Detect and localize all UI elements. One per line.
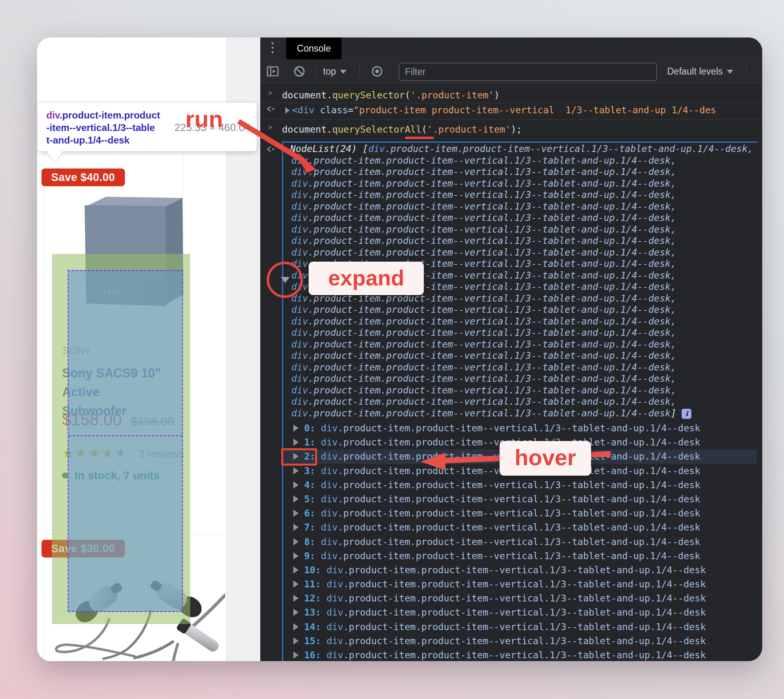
webpage-pane: Save $40.00 SONY SONY Sony SACS9 10" Act… xyxy=(37,37,260,661)
stock-dot-icon xyxy=(62,472,68,478)
expand-triangle-icon[interactable] xyxy=(293,524,299,531)
run-arrow-annotation xyxy=(230,114,327,179)
current-price: $158.00 xyxy=(62,410,122,429)
nodelist-preview-line: div.product-item.product-item--vertical.… xyxy=(290,235,753,247)
expand-annotation-box: expand xyxy=(309,262,424,295)
earbuds-product-image xyxy=(52,563,225,661)
nodelist-item-row[interactable]: 11: div.product-item.product-item--verti… xyxy=(260,577,762,591)
subwoofer-image-logo: SONY xyxy=(103,290,121,295)
toolbar-divider xyxy=(359,66,360,77)
nodelist-preview-line: div.product-item.product-item--vertical.… xyxy=(290,155,753,166)
nodelist-item-row[interactable]: 4: div.product-item.product-item--vertic… xyxy=(260,478,762,492)
nodelist-preview-line: div.product-item.product-item--vertical.… xyxy=(290,201,753,212)
console-toolbar: top Default levels xyxy=(260,59,762,83)
inspect-overlay-grid-line xyxy=(68,435,182,436)
tooltip-selector-line3: t-and-up.1/4--desk xyxy=(46,134,257,146)
devtools-panel: Console top Default levels > xyxy=(260,37,762,661)
expand-triangle-icon[interactable] xyxy=(285,107,290,114)
nodelist-preview-line: div.product-item.product-item--vertical.… xyxy=(290,339,753,350)
price-row: $158.00$198.00 xyxy=(62,410,174,429)
stock-status: In stock, 7 units xyxy=(62,469,160,482)
subwoofer-product-image xyxy=(83,195,184,309)
nodelist-item-row[interactable]: 7: div.product-item.product-item--vertic… xyxy=(260,520,762,535)
chevron-down-icon xyxy=(340,70,346,74)
expand-triangle-icon[interactable] xyxy=(293,651,299,659)
app-window: Save $40.00 SONY SONY Sony SACS9 10" Act… xyxy=(37,37,762,661)
toolbar-divider xyxy=(746,66,747,77)
tab-console[interactable]: Console xyxy=(286,37,342,59)
star-icon: ★ xyxy=(62,445,75,460)
expand-triangle-icon[interactable] xyxy=(293,637,299,645)
nodelist-preview-line: div.product-item.product-item--vertical.… xyxy=(290,224,753,235)
nodelist-item-row[interactable]: 14: div.product-item.product-item--verti… xyxy=(260,620,762,634)
expand-triangle-icon[interactable] xyxy=(293,580,299,588)
nodelist-item-row[interactable]: 5: div.product-item.product-item--vertic… xyxy=(260,492,762,506)
nodelist-preview-line: div.product-item.product-item--vertical.… xyxy=(290,189,753,201)
nodelist-preview-line: div.product-item.product-item--vertical.… xyxy=(290,178,753,189)
console-command-queryselector[interactable]: document.querySelector('.product-item') xyxy=(282,89,762,101)
nodelist-preview-line: div.product-item.product-item--vertical.… xyxy=(290,247,753,258)
console-result-element[interactable]: <div class="product-item product-item--v… xyxy=(285,104,762,116)
product-card-earbuds[interactable]: Save $30.00 xyxy=(44,534,226,661)
nodelist-item-row[interactable]: 12: div.product-item.product-item--verti… xyxy=(260,591,762,605)
nodelist-item-row[interactable]: 13: div.product-item.product-item--verti… xyxy=(260,605,762,620)
expand-triangle-icon[interactable] xyxy=(293,595,299,602)
chevron-down-icon xyxy=(727,70,733,74)
nodelist-preview-line: div.product-item.product-item--vertical.… xyxy=(290,396,753,408)
inspect-tooltip: div.product-item.product -item--vertical… xyxy=(37,103,257,151)
half-star-icon: ★★ xyxy=(114,445,128,461)
nodelist-preview-line: div.product-item.product-item--vertical.… xyxy=(290,304,753,316)
live-expression-eye-icon[interactable] xyxy=(370,65,384,77)
clear-console-icon[interactable] xyxy=(293,65,305,77)
console-command-queryselectorall[interactable]: document.querySelectorAll('.product-item… xyxy=(282,123,762,135)
console-prompt-icon: > xyxy=(268,89,272,97)
log-levels-selector[interactable]: Default levels xyxy=(667,59,733,83)
expand-triangle-icon[interactable] xyxy=(293,439,299,446)
devtools-tabbar: Console xyxy=(260,37,762,59)
nodelist-preview-line: div.product-item.product-item--vertical.… xyxy=(290,373,753,385)
nodelist-item-row[interactable]: 8: div.product-item.product-item--vertic… xyxy=(260,535,762,549)
nodelist-item-row[interactable]: 16: div.product-item.product-item--verti… xyxy=(260,648,762,661)
tooltip-pointer xyxy=(47,151,63,162)
context-selector[interactable]: top xyxy=(323,59,346,83)
console-separator xyxy=(260,103,762,103)
expand-triangle-icon[interactable] xyxy=(293,566,299,574)
expand-triangle-icon[interactable] xyxy=(293,538,299,545)
expand-triangle-icon[interactable] xyxy=(293,424,299,432)
console-separator xyxy=(260,119,762,120)
nodelist-item-row[interactable]: 15: div.product-item.product-item--verti… xyxy=(260,634,762,648)
product-card-subwoofer[interactable]: Save $40.00 SONY SONY Sony SACS9 10" Act… xyxy=(44,131,183,530)
hover-target-rect-annotation xyxy=(281,448,317,466)
reviews-count[interactable]: 3 reviews xyxy=(138,448,184,460)
discount-badge: Save $40.00 xyxy=(41,169,125,186)
expand-triangle-icon[interactable] xyxy=(293,510,299,517)
star-icon: ★ xyxy=(102,445,115,460)
nodelist-preview-line: div.product-item.product-item--vertical.… xyxy=(290,166,753,178)
nodelist-preview-line: div.product-item.product-item--vertical.… xyxy=(290,316,753,327)
dock-sidebar-icon[interactable] xyxy=(267,66,279,77)
filter-input[interactable] xyxy=(399,63,657,81)
collapse-triangle-icon[interactable] xyxy=(281,277,290,283)
nodelist-preview-line: div.product-item.product-item--vertical.… xyxy=(290,408,753,419)
nodelist-preview-line: div.product-item.product-item--vertical.… xyxy=(290,350,753,362)
expand-triangle-icon[interactable] xyxy=(293,623,299,630)
console-return-icon xyxy=(266,105,276,112)
expand-triangle-icon[interactable] xyxy=(293,609,299,616)
expand-triangle-icon[interactable] xyxy=(293,495,299,503)
nodelist-item-row[interactable]: 0: div.product-item.product-item--vertic… xyxy=(260,421,762,435)
expand-triangle-icon[interactable] xyxy=(293,481,299,489)
old-price: $198.00 xyxy=(131,414,174,428)
nodelist-item-row[interactable]: 6: div.product-item.product-item--vertic… xyxy=(260,506,762,520)
kebab-menu-icon[interactable] xyxy=(272,42,274,56)
info-icon[interactable]: i xyxy=(682,409,691,419)
red-underline-annotation xyxy=(405,137,434,139)
nodelist-item-row[interactable]: 10: div.product-item.product-item--verti… xyxy=(260,563,762,577)
star-icon: ★ xyxy=(88,445,102,460)
discount-badge: Save $30.00 xyxy=(41,540,125,558)
nodelist-item-row[interactable]: 9: div.product-item.product-item--vertic… xyxy=(260,549,762,563)
tooltip-selector-line1: div.product-item.product xyxy=(46,109,257,121)
expand-triangle-icon[interactable] xyxy=(293,467,299,474)
product-brand: SONY xyxy=(62,345,91,356)
expand-triangle-icon[interactable] xyxy=(293,552,299,560)
nodelist-preview-line: div.product-item.product-item--vertical.… xyxy=(290,362,753,373)
